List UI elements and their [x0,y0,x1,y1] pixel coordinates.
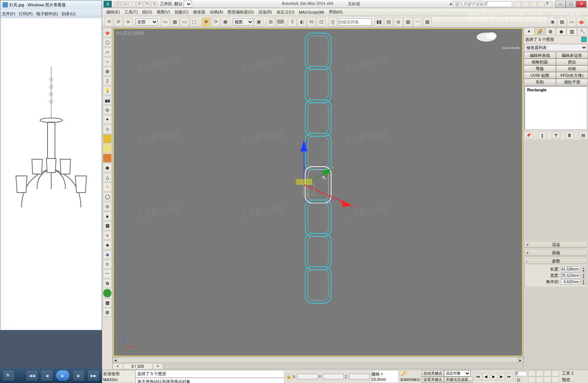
add-time-tag[interactable]: 添加时间标记 [400,377,420,382]
pivot-icon[interactable]: ▣ [254,17,263,26]
qat-undo-icon[interactable]: ↶ [136,1,143,7]
taskbar-prev-icon[interactable]: ◀◀ [26,370,37,381]
mod-extrude[interactable]: 挤出 [556,59,588,65]
prev-frame-icon[interactable]: ◀ [482,373,490,380]
pin-icon[interactable]: 📌 [525,131,533,139]
stack-item[interactable]: Rectangle [526,87,586,92]
menu-file[interactable]: 文件(F) [2,11,15,17]
align-icon[interactable]: ▤ [384,17,393,26]
pan-icon[interactable] [528,377,536,383]
spinner-icon[interactable]: ▲▼ [582,266,585,272]
spinner-icon[interactable]: ▲▼ [582,273,585,278]
ball-icon[interactable]: ● [103,231,112,240]
max-logo-icon[interactable]: 3 [104,1,112,7]
minmax-icon[interactable] [544,377,551,383]
y-input[interactable] [323,374,344,379]
chain-link[interactable] [305,99,331,137]
unlink-icon[interactable]: ⟳ [114,17,123,26]
green-ball-icon[interactable] [103,289,112,298]
help-icon[interactable]: ? [546,1,552,7]
key-icon[interactable]: 🔑 [400,371,407,376]
corner-input[interactable] [561,279,580,285]
refcoord-dropdown[interactable]: 视图 [233,18,254,26]
taskbar-zoom-icon[interactable]: 🔍 [3,370,14,381]
rollout-interp[interactable]: +插值 [525,250,587,256]
schematic-icon[interactable]: ▦ [423,17,432,26]
timeconfig-icon[interactable]: ⊡ [515,377,521,382]
tab-create-icon[interactable]: ✶ [524,27,535,36]
swatch-yellow[interactable] [103,134,112,143]
taskbar-next-icon[interactable]: ▶ [73,370,84,381]
workspace-selector[interactable]: 工作区: 默认 [160,1,192,7]
fov-icon[interactable] [552,370,559,376]
time-track[interactable] [164,364,523,369]
maxscript-mini[interactable]: 欢迎使用 MAXSci [102,370,135,383]
close-button[interactable]: ✕ [576,1,587,7]
select-icon[interactable]: ▭ [161,17,170,26]
cone-icon[interactable]: △ [103,173,112,182]
menu-edit[interactable]: 编辑(E) [105,9,121,15]
scale-icon[interactable]: ▣ [221,17,230,26]
taskbar-play-icon[interactable]: ▶ [56,370,69,381]
swatch-orange[interactable] [103,154,112,163]
snap3d-icon[interactable]: 3 [288,17,297,26]
menu-create[interactable]: 创建(C) [173,9,189,15]
configure-icon[interactable]: ▤ [579,131,587,139]
mod-bevel[interactable]: 倒角剖面 [524,59,556,65]
array-icon[interactable]: ⊞ [103,308,112,317]
menu-modifiers[interactable]: 修改器 [192,9,206,15]
teapot-icon[interactable]: 🫖 [103,28,112,37]
spinnersnap-icon[interactable]: ⊡ [317,17,326,26]
menu-email[interactable]: 电子邮件(E) [36,11,58,17]
time-value[interactable]: 0 / 100 [123,363,153,369]
mod-uvw[interactable]: UVW 贴图 [524,72,556,79]
workspace-dropdown[interactable] [184,1,192,7]
menu-print[interactable]: 打印(P) [19,11,33,17]
zoom-icon[interactable] [528,370,536,376]
camera-icon[interactable]: 📷 [103,96,112,105]
mod-editspline[interactable]: 编辑样条线 [524,52,556,59]
chain-link[interactable] [305,233,331,270]
mesh-icon[interactable]: ▩ [103,221,112,230]
taskbar-fwd-icon[interactable]: ▶▶ [88,370,99,381]
length-input[interactable] [561,266,580,272]
qat-redo-icon[interactable]: ↷ [144,1,150,7]
ts-prev-icon[interactable]: < [112,363,123,369]
color-swatch[interactable] [581,37,587,42]
box-icon[interactable]: ▢ [103,38,112,47]
ts-next-icon[interactable]: > [153,363,163,369]
inf-icon[interactable] [530,1,537,7]
spinner-icon[interactable]: ▲▼ [582,279,585,285]
select-region-icon[interactable]: ▭ [180,17,189,26]
lock-icon[interactable]: 🔒 [286,374,292,380]
unique-icon[interactable]: ∀ [552,131,560,139]
minmax2-icon[interactable] [552,377,559,383]
sun-icon[interactable]: ☀ [103,183,112,192]
chain-link[interactable] [305,66,331,103]
percentsnap-icon[interactable]: % [307,17,316,26]
tab-hierarchy-icon[interactable]: ⊞ [545,27,556,36]
keyboard-icon[interactable]: ⌨ [276,17,285,26]
mod-turbosmooth[interactable]: 涡轮平滑 [556,79,588,85]
mod-lathe[interactable]: 车削 [524,79,556,85]
chain-link[interactable] [305,33,331,70]
next-frame-icon[interactable]: ▶ [498,373,505,380]
menu-view[interactable]: 视图(V) [156,9,172,15]
helper-icon[interactable]: ◎ [103,105,112,114]
keyfilter-button[interactable]: 关键点过滤器... [444,377,473,383]
tab-utilities-icon[interactable]: 🔧 [577,27,588,36]
qat-new-icon[interactable]: ▢ [114,1,121,7]
z-input[interactable] [349,374,370,379]
menu-group[interactable]: 组(G) [141,9,153,15]
mod-editpoly[interactable]: 编辑多边形 [556,52,588,59]
sphere-icon[interactable]: ○ [103,57,112,66]
maximize-button[interactable]: ▢ [566,1,576,7]
mirror-icon[interactable]: ▮▮ [375,17,383,26]
curveedit-icon[interactable]: 〰 [413,17,422,26]
tube-icon[interactable]: ◎ [103,202,112,211]
mod-symmetry[interactable]: 对称 [556,65,588,72]
modifier-stack[interactable]: Rectangle [525,86,587,130]
frame-input[interactable] [515,371,527,376]
keymode-dropdown[interactable]: 选定对象 [444,370,471,377]
scroll-icon[interactable]: 〰 [103,269,112,278]
